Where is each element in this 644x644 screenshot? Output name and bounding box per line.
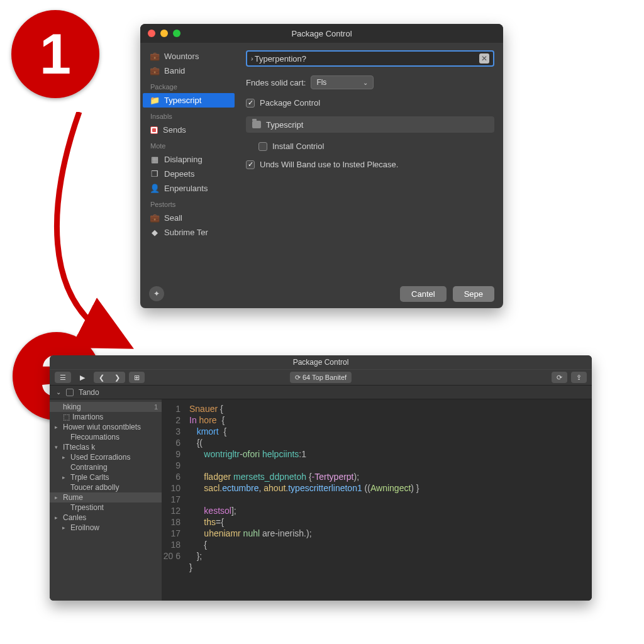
diamond-icon: ◆: [150, 228, 159, 237]
code-source: Snauer { In hore { kmort { {( wontrigltr…: [186, 399, 419, 601]
tree-item-label: Rume: [63, 493, 83, 502]
save-button[interactable]: Sepe: [453, 286, 494, 302]
sidebar-item-banid[interactable]: 💼 Banid: [140, 64, 237, 78]
sidebar-item-wountors[interactable]: 💼 Wountors: [140, 49, 237, 64]
disclosure-triangle-icon: ▸: [55, 424, 60, 430]
tree-item-label: Trpestiont: [70, 503, 104, 512]
chevron-right-icon: ›: [251, 55, 253, 62]
sidebar-item-depeets[interactable]: ❐ Depeets: [140, 167, 237, 181]
line-numbers: 123699610171218171820 6: [162, 399, 186, 601]
checkbox-label: Package Control: [260, 98, 320, 108]
file-tree[interactable]: hking1⬚Imartions▸Hower wiut onsontbletsF…: [50, 399, 162, 601]
sidebar-item-label: Wountors: [164, 52, 199, 61]
reload-button[interactable]: ⟳: [552, 372, 567, 383]
help-icon[interactable]: ✦: [149, 286, 164, 301]
disclosure-triangle-icon: ▸: [62, 474, 68, 480]
sidebar-item-sends[interactable]: Sends: [140, 123, 237, 137]
export-button[interactable]: ⇪: [571, 372, 587, 383]
folder-icon: [252, 121, 261, 128]
search-input[interactable]: [255, 54, 479, 64]
disclosure-triangle-icon: ▸: [55, 514, 60, 521]
square-dot-icon: [150, 126, 158, 134]
findes-select[interactable]: Fls: [311, 75, 374, 89]
tree-item[interactable]: ▸Eroilnow: [50, 523, 162, 533]
tree-item-label: Hower wiut onsontblets: [63, 423, 141, 431]
sidebar-item-seall[interactable]: 💼 Seall: [140, 211, 237, 225]
breadcrumb-pill[interactable]: ⟳ 64 Top Banitef: [290, 372, 352, 383]
tree-item-label: Used Ecorradions: [70, 453, 130, 462]
dialog-sidebar: 💼 Wountors 💼 Banid Package 📁 Typescript …: [140, 43, 237, 291]
tree-item-label: ITteclas k: [63, 443, 95, 452]
tree-item[interactable]: ▸Hower wiut onsontblets: [50, 422, 162, 432]
file-icon: [66, 389, 74, 396]
cube-icon: ⬚: [63, 413, 70, 421]
briefcase-icon: 💼: [150, 67, 159, 75]
editor-window: Package Control ☰ ▶ ❮ ❯ ⊞ ⟳ 64 Top Banit…: [50, 355, 592, 601]
cancel-button[interactable]: Cantel: [400, 286, 447, 302]
tree-item[interactable]: ▸Trple Carlts: [50, 472, 162, 482]
sidebar-item-typescript[interactable]: 📁 Typescript: [143, 93, 235, 108]
checkbox-label: Unds Will Band use to Insted Plecase.: [260, 160, 398, 169]
person-icon: 👤: [150, 184, 159, 193]
sidebar-header-insabls: Insabls: [140, 108, 237, 123]
tree-item[interactable]: ▸Rume: [50, 492, 162, 502]
tree-item-count: 1: [154, 403, 158, 411]
window-title: Package Control: [50, 355, 592, 369]
grid-button[interactable]: ⊞: [129, 372, 145, 383]
briefcase-icon: 💼: [150, 52, 159, 61]
sidebar-item-subrime[interactable]: ◆ Subrime Ter: [140, 225, 237, 240]
toolbar: ☰ ▶ ❮ ❯ ⊞ ⟳ 64 Top Banitef ⟳ ⇪: [50, 369, 592, 386]
tree-item[interactable]: hking1: [50, 402, 162, 412]
sidebar-header-package: Package: [140, 78, 237, 93]
path-label: Tando: [79, 388, 99, 397]
tree-item[interactable]: Trpestiont: [50, 502, 162, 513]
sidebar-item-enperulants[interactable]: 👤 Enperulants: [140, 181, 237, 196]
sidebar-header-mote: Mote: [140, 137, 237, 152]
package-row-label: Typescript: [266, 120, 303, 130]
package-row-typescript[interactable]: Typescript: [246, 116, 494, 133]
code-editor[interactable]: 123699610171218171820 6 Snauer { In hore…: [162, 399, 592, 601]
tree-item[interactable]: ▸Canles: [50, 513, 162, 523]
sidebar-item-label: Banid: [164, 66, 185, 75]
checkbox-undo[interactable]: [246, 160, 255, 169]
sidebar-item-label: Sends: [163, 125, 186, 135]
disclosure-triangle-icon: ▾: [55, 444, 60, 450]
tree-item[interactable]: Flecoumations: [50, 432, 162, 442]
nav-forward-button[interactable]: ❯: [109, 372, 125, 383]
search-field[interactable]: › ✕: [246, 50, 494, 67]
tree-item-label: Eroilnow: [70, 523, 99, 532]
checkbox-install[interactable]: [258, 142, 267, 151]
tree-item-label: hking: [63, 402, 81, 411]
titlebar: Package Control: [140, 24, 503, 43]
menu-button[interactable]: ☰: [55, 372, 71, 383]
briefcase-icon: 💼: [150, 214, 159, 223]
tree-item[interactable]: ▸Used Ecorradions: [50, 452, 162, 462]
select-value: Fls: [316, 78, 326, 87]
tree-item[interactable]: Toucer adbolly: [50, 482, 162, 492]
checkbox-label: Install Contriol: [272, 142, 324, 151]
findes-label: Fndes solid cart:: [246, 78, 306, 87]
disclosure-triangle-icon: ▸: [62, 454, 68, 460]
tree-item-label: Imartions: [72, 413, 103, 421]
folder-icon: 📁: [150, 96, 159, 105]
disclosure-triangle-icon: ▸: [62, 525, 68, 531]
sidebar-item-label: Subrime Ter: [164, 228, 208, 237]
package-control-dialog: Package Control 💼 Wountors 💼 Banid Packa…: [140, 24, 503, 308]
tree-item-label: Flecoumations: [70, 433, 119, 441]
tree-item-label: Toucer adbolly: [70, 483, 119, 492]
play-button[interactable]: ▶: [75, 372, 90, 383]
tree-item-label: Canles: [63, 513, 86, 522]
grid-icon: ▦: [150, 155, 159, 164]
clear-icon[interactable]: ✕: [479, 53, 489, 64]
nav-back-button[interactable]: ❮: [94, 372, 109, 383]
chevron-down-icon[interactable]: ⌄: [56, 389, 61, 396]
tree-item-label: Contraning: [70, 463, 108, 472]
sidebar-item-dislapning[interactable]: ▦ Dislapning: [140, 152, 237, 167]
tree-item[interactable]: ⬚Imartions: [50, 412, 162, 422]
tree-item[interactable]: Contraning: [50, 462, 162, 472]
checkbox-package-control[interactable]: [246, 99, 255, 108]
tree-item[interactable]: ▾ITteclas k: [50, 442, 162, 452]
sidebar-item-label: Depeets: [164, 169, 194, 179]
dialog-panel: › ✕ Fndes solid cart: Fls Package Contro…: [237, 43, 503, 291]
sidebar-item-label: Typescript: [164, 96, 201, 105]
